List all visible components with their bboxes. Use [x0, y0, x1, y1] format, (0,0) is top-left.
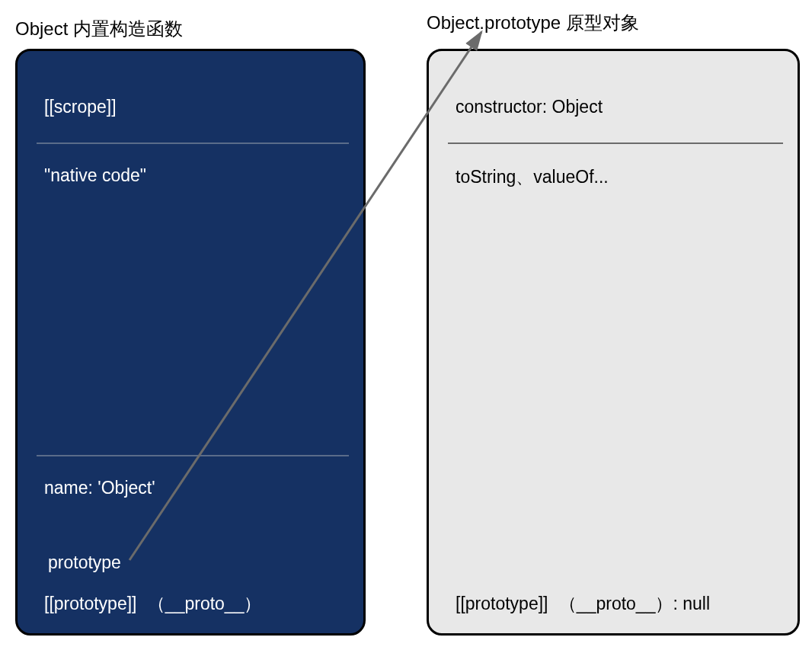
prototype-field: prototype — [48, 552, 121, 573]
right-title: Object.prototype 原型对象 — [427, 11, 639, 35]
proto-dunder-right: （__proto__）: null — [559, 594, 710, 613]
divider-right-1 — [448, 142, 783, 144]
diagram-container: Object 内置构造函数 Object.prototype 原型对象 [[sc… — [0, 0, 812, 650]
proto-dunder-left: （__proto__） — [148, 594, 262, 613]
scope-field: [[scrope]] — [44, 97, 117, 117]
proto-bracket-left: [[prototype]] — [44, 594, 136, 613]
divider-left-2 — [37, 455, 349, 456]
name-field: name: 'Object' — [44, 478, 155, 498]
left-title: Object 内置构造函数 — [15, 17, 183, 41]
object-prototype-box: constructor: Object toString、valueOf... … — [427, 49, 800, 636]
proto-internal-left: [[prototype]] （__proto__） — [44, 592, 261, 616]
proto-bracket-right: [[prototype]] — [456, 594, 548, 613]
divider-left-1 — [37, 142, 349, 144]
object-constructor-box: [[scrope]] "native code" name: 'Object' … — [15, 49, 366, 636]
methods-field: toString、valueOf... — [456, 165, 609, 189]
constructor-field: constructor: Object — [456, 97, 603, 117]
proto-internal-right: [[prototype]] （__proto__）: null — [456, 592, 710, 616]
native-code-field: "native code" — [44, 165, 146, 186]
